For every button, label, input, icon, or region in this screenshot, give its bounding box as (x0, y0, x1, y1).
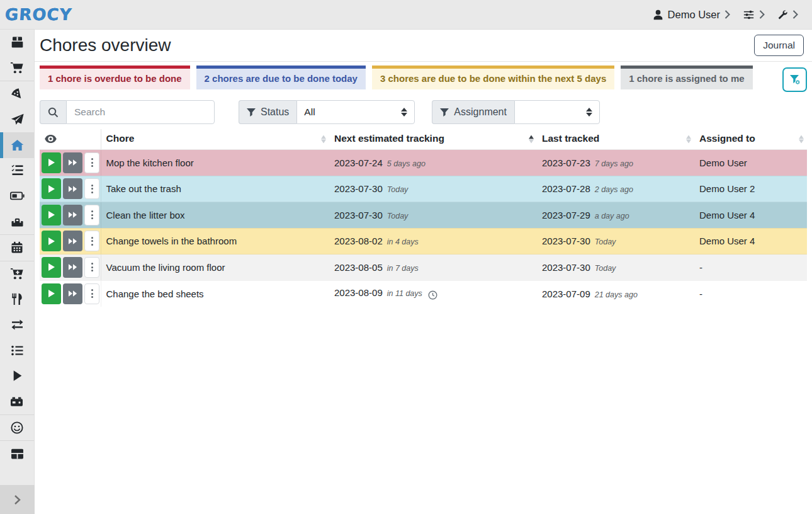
status-banners-row: 1 chore is overdue to be done 2 chores a… (40, 66, 807, 93)
sidebar-collapse-toggle[interactable] (0, 485, 35, 514)
play-icon (47, 237, 55, 246)
banner-due-today[interactable]: 2 chores are due to be done today (196, 66, 366, 89)
ellipsis-v-icon (91, 289, 93, 298)
track-chore-button[interactable] (42, 152, 61, 173)
play-icon (47, 185, 55, 193)
settings-menu[interactable] (739, 9, 769, 20)
content-area: 1 chore is overdue to be done 2 chores a… (35, 62, 812, 307)
sidebar-item-shopping-list[interactable] (0, 55, 34, 81)
banner-due-soon[interactable]: 3 chores are due to be done within the n… (372, 66, 614, 89)
sidebar-item-user-settings[interactable] (0, 415, 34, 441)
chevron-right-icon (725, 10, 730, 19)
sidebar-item-userentities[interactable] (0, 441, 34, 467)
row-menu-button[interactable] (84, 178, 99, 199)
banner-assigned-to-me[interactable]: 1 chore is assigned to me (621, 66, 752, 89)
sort-icon (321, 135, 326, 144)
clock-icon (428, 288, 437, 299)
user-icon (653, 9, 663, 20)
filter-icon (247, 108, 256, 117)
chore-name-cell: Change the bed sheets (101, 280, 329, 307)
sidebar-item-battery-tracking[interactable] (0, 389, 34, 414)
grocy-logo: GROCY (4, 5, 72, 24)
row-menu-button[interactable] (84, 231, 99, 251)
row-menu-button[interactable] (84, 283, 99, 304)
user-menu-label: Demo User (668, 9, 720, 21)
table-icon (11, 448, 24, 460)
column-header-assigned-to[interactable]: Assigned to (694, 129, 807, 150)
select-carets-icon (586, 108, 592, 117)
skip-chore-button[interactable] (63, 257, 82, 278)
track-chore-button[interactable] (42, 178, 61, 199)
banner-overdue[interactable]: 1 chore is overdue to be done (40, 66, 190, 89)
sidebar-item-stock-overview[interactable] (0, 30, 34, 55)
column-header-chore[interactable]: Chore (101, 129, 329, 150)
sidebar-item-recipes[interactable] (0, 81, 34, 107)
assignment-filter-group: Assignment (432, 100, 600, 124)
skip-chore-button[interactable] (63, 152, 82, 173)
row-menu-button[interactable] (84, 257, 99, 278)
next-tracking-cell: 2023-07-245 days ago (329, 150, 537, 176)
next-tracking-cell: 2023-07-30Today (329, 176, 537, 202)
user-menu[interactable]: Demo User (649, 9, 734, 21)
sidebar-item-batteries-overview[interactable] (0, 183, 34, 209)
cart-plus-icon (10, 268, 24, 280)
sidebar-item-chores-overview[interactable] (0, 132, 34, 158)
fast-forward-icon (68, 290, 77, 297)
sidebar-item-chore-tracking[interactable] (0, 363, 34, 389)
assigned-to-cell: - (694, 254, 807, 281)
main-content: Chores overview Journal 1 chore is overd… (35, 30, 812, 307)
chevron-right-icon (14, 494, 21, 505)
chore-name-cell: Take out the trash (101, 176, 329, 202)
column-header-next-estimated-tracking[interactable]: Next estimated tracking (329, 129, 537, 150)
track-chore-button[interactable] (42, 231, 61, 251)
status-filter-select[interactable]: All (296, 100, 415, 124)
assigned-to-cell: Demo User 4 (694, 202, 807, 229)
row-menu-button[interactable] (84, 205, 99, 226)
skip-chore-button[interactable] (63, 178, 82, 199)
last-tracked-cell: 2023-07-237 days ago (537, 150, 694, 176)
journal-button[interactable]: Journal (754, 35, 804, 56)
pizza-slice-icon (11, 88, 24, 101)
assignment-filter-label: Assignment (454, 106, 507, 118)
status-filter-label: Status (261, 106, 289, 118)
sidebar-item-meal-plan[interactable] (0, 107, 34, 133)
play-icon (47, 289, 55, 298)
assignment-filter-select[interactable] (514, 100, 600, 124)
search-icon (48, 107, 59, 118)
status-filter-group: Status All (239, 100, 415, 124)
package-icon (11, 36, 24, 49)
track-chore-button[interactable] (42, 283, 61, 304)
sidebar-item-transfer[interactable] (0, 312, 34, 338)
column-visibility-header[interactable] (40, 129, 101, 150)
admin-menu[interactable] (774, 9, 802, 20)
ellipsis-v-icon (91, 158, 93, 167)
skip-chore-button[interactable] (63, 205, 82, 226)
column-header-last-tracked[interactable]: Last tracked (537, 129, 694, 150)
sidebar-item-equipment[interactable] (0, 209, 34, 235)
sidebar-item-consume[interactable] (0, 287, 34, 312)
fast-forward-icon (68, 211, 77, 219)
clear-filter-button[interactable] (782, 67, 807, 92)
sliders-icon (743, 9, 755, 20)
track-chore-button[interactable] (42, 205, 61, 226)
fast-forward-icon (68, 185, 77, 193)
table-row: Vacuum the living room floor 2023-08-05i… (40, 254, 807, 281)
row-menu-button[interactable] (84, 152, 99, 173)
skip-chore-button[interactable] (63, 231, 82, 251)
play-icon (47, 158, 55, 167)
toolbox-icon (11, 215, 24, 227)
assigned-to-cell: Demo User 4 (694, 228, 807, 254)
list-icon (11, 345, 24, 356)
sidebar-item-inventory[interactable] (0, 338, 34, 363)
sidebar-item-purchase[interactable] (0, 261, 34, 287)
search-input[interactable] (66, 100, 215, 124)
exchange-icon (11, 319, 24, 331)
tasks-icon (11, 164, 24, 176)
next-tracking-cell: 2023-07-30Today (329, 202, 537, 229)
skip-chore-button[interactable] (63, 283, 82, 304)
chevron-right-icon (792, 10, 798, 19)
sidebar-item-tasks[interactable] (0, 158, 34, 184)
sidebar-item-calendar[interactable] (0, 235, 34, 261)
select-carets-icon (401, 108, 407, 117)
track-chore-button[interactable] (42, 257, 61, 278)
